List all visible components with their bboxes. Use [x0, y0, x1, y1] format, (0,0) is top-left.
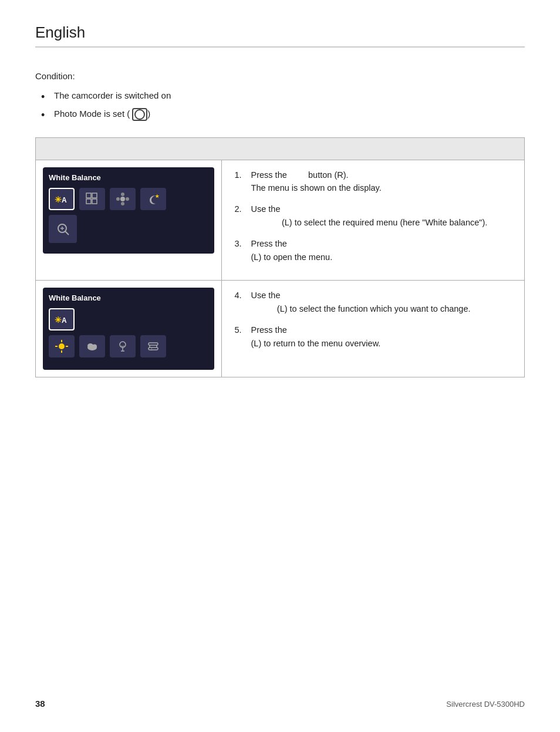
wb-icon-search: [49, 215, 77, 243]
custom-wb-svg: [114, 191, 131, 207]
cloud-wb-svg: [84, 338, 100, 355]
step-1: 1. Press the button (R). The menu is sho…: [235, 168, 511, 195]
table-row-1: White Balance ✳ A: [36, 160, 525, 281]
auto-wb-svg: ✳ A: [53, 191, 70, 207]
wb-icon-tungsten: [110, 335, 136, 357]
condition-item-2: Photo Mode is set (): [41, 107, 525, 121]
search-wb-svg: [55, 221, 71, 237]
auto-wb-svg-2: ✳ A: [53, 311, 70, 328]
steps-list-2: 4. Use the (L) to select the function wh…: [235, 289, 511, 350]
page: English Condition: The camcorder is swit…: [0, 0, 560, 732]
image-cell-1: White Balance ✳ A: [36, 160, 222, 281]
fluorescent-wb-svg: ↕: [145, 338, 161, 355]
table-header-row: [36, 137, 525, 160]
steps-list-1: 1. Press the button (R). The menu is sho…: [235, 168, 511, 264]
svg-rect-5: [92, 199, 97, 204]
wb-title-1: White Balance: [49, 173, 208, 182]
svg-point-6: [120, 197, 125, 201]
wb-icon-sun: [49, 335, 75, 357]
svg-point-9: [116, 197, 120, 201]
image-cell-2: White Balance ✳ A: [36, 281, 222, 377]
wb-icon-auto: ✳ A: [49, 188, 75, 210]
svg-text:↕: ↕: [150, 346, 153, 352]
page-title: English: [35, 23, 85, 42]
wb-display-2: White Balance ✳ A: [43, 288, 214, 370]
svg-text:★: ★: [155, 194, 160, 199]
tungsten-wb-svg: [114, 338, 131, 355]
text-cell-2: 4. Use the (L) to select the function wh…: [221, 281, 524, 377]
photo-mode-icon: [132, 108, 147, 121]
svg-point-10: [126, 197, 129, 201]
wb-icon-fluorescent: ↕: [140, 335, 166, 357]
wb-icon-moon: ★: [140, 188, 166, 210]
wb-icons-row-4: ↕: [49, 335, 208, 357]
svg-rect-4: [86, 199, 91, 204]
svg-text:A: A: [62, 316, 67, 325]
wb-icon-custom: [110, 188, 136, 210]
step-4: 4. Use the (L) to select the function wh…: [235, 289, 511, 315]
svg-point-7: [121, 193, 124, 196]
svg-text:A: A: [62, 196, 67, 204]
page-number: 38: [35, 699, 45, 709]
step-5: 5. Press the (L) to return to the menu o…: [235, 323, 511, 350]
page-header: English: [35, 23, 525, 48]
text-cell-1: 1. Press the button (R). The menu is sho…: [221, 160, 524, 281]
svg-point-8: [121, 202, 124, 205]
svg-text:✳: ✳: [55, 315, 62, 325]
instruction-table: White Balance ✳ A: [35, 137, 525, 378]
moon-wb-svg: ★: [145, 191, 161, 207]
wb-icons-row-2: [49, 215, 208, 243]
wb-icons-row-1: ✳ A: [49, 188, 208, 210]
svg-rect-3: [92, 193, 97, 198]
svg-point-25: [92, 345, 97, 349]
condition-item-1: The camcorder is switched on: [41, 89, 525, 103]
table-header-cell: [36, 137, 525, 160]
svg-line-13: [65, 231, 69, 235]
table-row-2: White Balance ✳ A: [36, 281, 525, 377]
page-footer: 38 Silvercrest DV-5300HD: [35, 699, 525, 709]
sun-wb-svg: [53, 338, 70, 355]
condition-label: Condition:: [35, 71, 525, 81]
svg-point-18: [59, 343, 65, 349]
svg-text:✳: ✳: [55, 195, 62, 204]
svg-rect-2: [86, 193, 91, 198]
wb-title-2: White Balance: [49, 294, 208, 302]
step-3: 3. Press the (L) to open the menu.: [235, 237, 511, 264]
wb-icons-row-3: ✳ A: [49, 308, 208, 330]
wb-icon-auto-2: ✳ A: [49, 308, 75, 330]
svg-rect-29: [149, 343, 158, 345]
condition-list: The camcorder is switched on Photo Mode …: [35, 89, 525, 121]
wb-display-1: White Balance ✳ A: [43, 167, 214, 254]
step-2: 2. Use the (L) to select the required me…: [235, 203, 511, 229]
wb-icon-grid: [79, 188, 105, 210]
wb-icon-cloud: [79, 335, 105, 357]
grid-wb-svg: [84, 191, 100, 207]
brand-name: Silvercrest DV-5300HD: [446, 700, 525, 709]
